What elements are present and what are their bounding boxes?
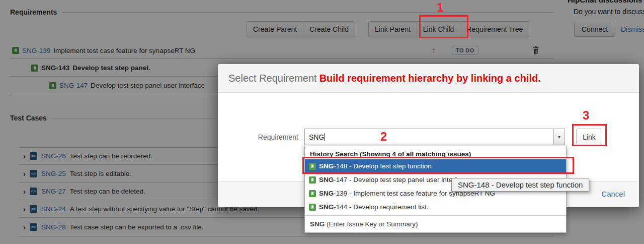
dropdown-footer-hint: SNG (Enter Issue Key or Summary) — [305, 215, 566, 232]
modal-title: Select Requirement — [228, 73, 317, 84]
story-icon — [309, 163, 316, 170]
link-button[interactable]: Link — [576, 129, 602, 145]
story-icon — [309, 176, 316, 184]
modal-header: Select Requirement Build requirement hie… — [218, 64, 639, 93]
tooltip: SNG-148 - Develop test step function — [451, 178, 589, 192]
cancel-link[interactable]: Cancel — [601, 190, 625, 198]
story-icon — [309, 204, 316, 211]
requirement-field-label: Requirement — [223, 133, 298, 141]
dropdown-item-sng-144[interactable]: SNG-144 - Develop requirement list. — [305, 200, 566, 214]
requirement-input-value: SNG — [309, 133, 324, 141]
text-caret — [325, 133, 325, 141]
annotation-caption: Build requirement hierarchy by linking a… — [319, 73, 541, 84]
dropdown-toggle-icon[interactable]: ▾ — [553, 129, 565, 145]
screen: Requirements Create Parent Create Child … — [0, 0, 644, 244]
dropdown-group-header: History Search (Showing 4 of all matchin… — [305, 148, 566, 159]
dropdown-item-sng-148[interactable]: SNG-148 - Develop test step function — [305, 159, 566, 173]
story-icon — [309, 190, 316, 197]
requirement-input[interactable]: SNG ▾ — [304, 129, 565, 145]
